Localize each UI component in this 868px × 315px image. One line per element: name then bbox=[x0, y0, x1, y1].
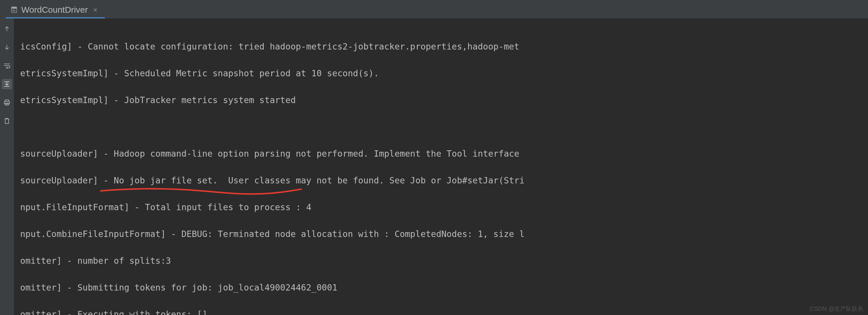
console-output-panel[interactable]: icsConfig] - Cannot locate configuration… bbox=[14, 19, 868, 315]
svg-rect-2 bbox=[12, 10, 15, 10]
console-line: etricsSystemImpl] - JobTracker metrics s… bbox=[20, 94, 868, 107]
arrow-up-icon[interactable] bbox=[2, 24, 12, 34]
close-icon[interactable]: × bbox=[92, 5, 98, 14]
print-icon[interactable] bbox=[2, 97, 12, 108]
console-output[interactable]: icsConfig] - Cannot locate configuration… bbox=[20, 27, 868, 315]
trash-icon[interactable] bbox=[2, 116, 12, 126]
console-line: omitter] - Submitting tokens for job: jo… bbox=[20, 281, 868, 294]
console-line: omitter] - Executing with tokens: [] bbox=[20, 308, 868, 315]
editor-tab-strip: WordCountDriver × bbox=[0, 0, 868, 19]
svg-rect-5 bbox=[4, 101, 9, 104]
tab-title: WordCountDriver bbox=[21, 5, 88, 15]
console-left-toolbar bbox=[0, 19, 14, 315]
console-line bbox=[20, 120, 868, 134]
console-line: omitter] - number of splits:3 bbox=[20, 254, 868, 268]
watermark-text: CSDN @生产队队长 bbox=[810, 305, 864, 313]
scroll-to-end-icon[interactable] bbox=[2, 79, 12, 89]
run-tool-window: icsConfig] - Cannot locate configuration… bbox=[0, 19, 868, 315]
svg-rect-3 bbox=[12, 11, 15, 11]
arrow-down-icon[interactable] bbox=[2, 42, 12, 53]
console-line: nput.FileInputFormat] - Total input file… bbox=[20, 201, 868, 214]
console-line: etricsSystemImpl] - Scheduled Metric sna… bbox=[20, 67, 868, 80]
run-config-file-icon bbox=[11, 7, 17, 13]
console-line: icsConfig] - Cannot locate configuration… bbox=[20, 40, 868, 54]
tab-wordcountdriver[interactable]: WordCountDriver × bbox=[6, 2, 105, 19]
svg-rect-1 bbox=[11, 7, 17, 9]
console-line: nput.CombineFileInputFormat] - DEBUG: Te… bbox=[20, 227, 868, 241]
console-line: sourceUploader] - Hadoop command-line op… bbox=[20, 147, 868, 161]
soft-wrap-icon[interactable] bbox=[2, 60, 12, 71]
console-line: sourceUploader] - No job jar file set. U… bbox=[20, 174, 868, 187]
